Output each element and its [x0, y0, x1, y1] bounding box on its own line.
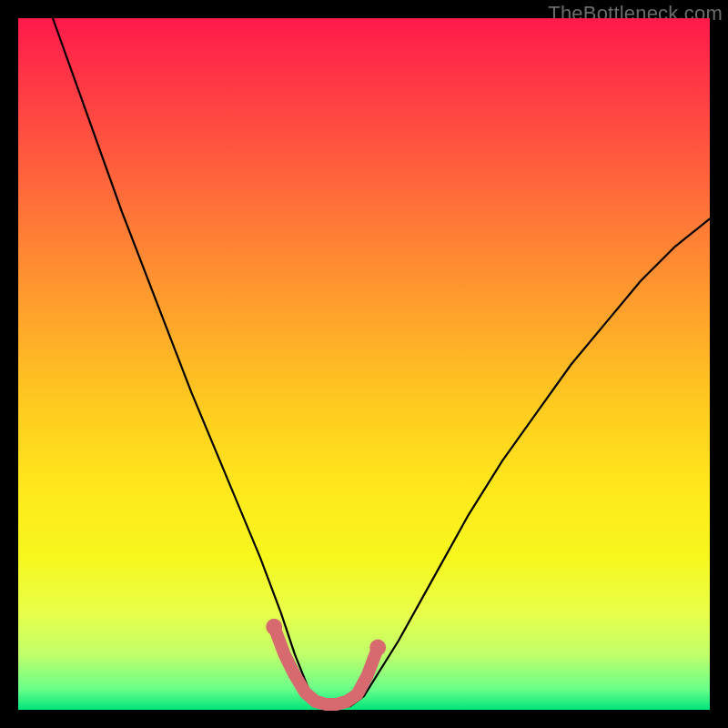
plot-area [18, 18, 710, 710]
highlight-dot [369, 640, 386, 656]
chart-frame: TheBottleneck.com [0, 0, 728, 728]
bottleneck-curve-path [53, 18, 710, 706]
highlight-dot [266, 619, 282, 635]
chart-svg [18, 18, 710, 710]
